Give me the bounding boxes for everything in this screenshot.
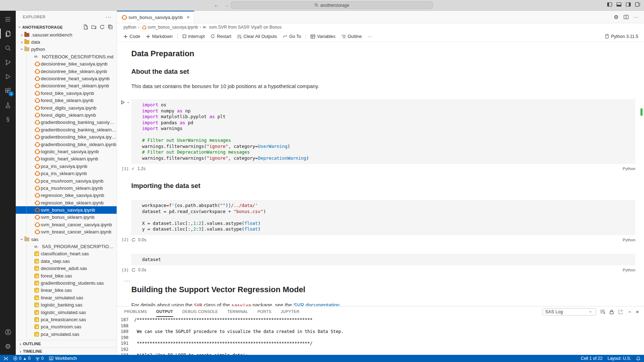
panel-tab-terminal[interactable]: TERMINAL [227, 307, 248, 317]
interrupt-button[interactable]: Interrupt [180, 33, 208, 40]
outline-section[interactable]: › OUTLINE [16, 340, 117, 347]
tree-item-decisiontree_bike_sasviya.ipynb[interactable]: decisiontree_bike_sasviya.ipynb [16, 61, 117, 68]
tree-item-pca_iris_sklearn.ipynb[interactable]: pca_iris_sklearn.ipynb [16, 170, 117, 177]
tree-item-logistic_simulated.sas[interactable]: logistic_simulated.sas [16, 309, 117, 316]
clear-output-icon[interactable] [600, 309, 605, 314]
explorer-more-icon[interactable]: ··· [106, 14, 112, 20]
editor-more-actions-icon[interactable]: ··· [634, 14, 638, 20]
tree-item-gradientboosting_bike_sasviya.ipynb[interactable]: gradientboosting_bike_sasviya.ipynb [16, 133, 117, 140]
split-editor-icon[interactable] [624, 15, 629, 19]
tree-item-regression_bike_sasviya.ipynb[interactable]: regression_bike_sasviya.ipynb [16, 192, 117, 199]
tree-item-svm_bonus_sasviya.ipynb[interactable]: svm_bonus_sasviya.ipynb [16, 206, 117, 213]
clear-all-outputs-button[interactable]: Clear All Outputs [234, 33, 280, 40]
search-view-icon[interactable] [0, 41, 16, 55]
tree-item-sas[interactable]: ›sas [16, 236, 117, 243]
svr-documentation-link[interactable]: SVR documentation [293, 302, 340, 306]
tree-item-decisiontree_heart_sasviya.ipynb[interactable]: decisiontree_heart_sasviya.ipynb [16, 75, 117, 82]
tree-item-linear_bike.sas[interactable]: linear_bike.sas [16, 287, 117, 294]
kernel-picker[interactable]: Python 3.11.5 [605, 34, 644, 39]
tree-item-pca_breastcancer.sas[interactable]: pca_breastcancer.sas [16, 316, 117, 323]
tree-item-svm_bonus_sklearn.ipynb[interactable]: svm_bonus_sklearn.ipynb [16, 214, 117, 221]
run-cell-button[interactable]: › [120, 100, 131, 105]
cell-language-picker[interactable]: Python [623, 238, 635, 242]
output-log[interactable]: 187/************************************… [117, 317, 644, 355]
breadcrumb-cell[interactable]: svm.SVR from SAS® Viya® on Bonus [209, 25, 282, 30]
tree-item-forest_bike_sklearn.ipynb[interactable]: forest_bike_sklearn.ipynb [16, 97, 117, 104]
toggle-sidebar-icon[interactable] [607, 2, 612, 7]
menu-icon[interactable] [0, 12, 16, 26]
tree-item-pca_iris_sasviya.ipynb[interactable]: pca_iris_sasviya.ipynb [16, 163, 117, 170]
tree-item-logistic_heart_sklearn.ipynb[interactable]: logistic_heart_sklearn.ipynb [16, 155, 117, 163]
collapsed-cells-indicator[interactable]: ··· [124, 277, 644, 284]
tree-item-classification_heart.sas[interactable]: classification_heart.sas [16, 250, 117, 257]
tree-item-gradientboosting_bike_sklearn.ipynb[interactable]: gradientboosting_bike_sklearn.ipynb [16, 141, 117, 148]
breadcrumb-file[interactable]: svm_bonus_sasviya.ipynb [148, 25, 198, 30]
tree-item-forest_bike_sasviya.ipynb[interactable]: forest_bike_sasviya.ipynb [16, 90, 117, 97]
add-code-cell-button[interactable]: Code [121, 33, 143, 40]
tree-item-data_step.sas[interactable]: data_step.sas [16, 257, 117, 265]
cell-language-picker[interactable]: Python [623, 166, 635, 171]
panel-tab-problems[interactable]: PROBLEMS [124, 307, 147, 317]
refresh-icon[interactable] [99, 24, 105, 30]
workspace-section-header[interactable]: › ANOTHERSTORAGE [16, 23, 117, 31]
tree-item-decisiontree_bike_sklearn.ipynb[interactable]: decisiontree_bike_sklearn.ipynb [16, 68, 117, 75]
toggle-panel-icon[interactable] [616, 2, 621, 7]
editor-settings-icon[interactable]: ⚙ [614, 14, 619, 20]
tree-item-gradientboosting_banking_sasviya.ipynb[interactable]: gradientboosting_banking_sasviya.ipynb [16, 119, 117, 126]
tree-item-data[interactable]: ›data [16, 38, 117, 45]
tree-item-svm_breast_cancer_sklearn.ipynb[interactable]: svm_breast_cancer_sklearn.ipynb [16, 228, 117, 236]
tree-item-pca_simulated.sas[interactable]: pca_simulated.sas [16, 330, 117, 338]
tree-item-forest_digits_sklearn.ipynb[interactable]: forest_digits_sklearn.ipynb [16, 111, 117, 119]
history-forward-icon[interactable]: → [224, 2, 229, 8]
panel-tab-ports[interactable]: PORTS [257, 307, 271, 317]
toolbar-more-icon[interactable]: ··· [365, 33, 375, 40]
tree-item-logistic_banking.sas[interactable]: logistic_banking.sas [16, 301, 117, 308]
tab-svm-bonus-sasviya[interactable]: svm_bonus_sasviya.ipynb × [117, 11, 194, 23]
ports-indicator[interactable]: 0 [35, 356, 44, 361]
tree-item-forest_bike.sas[interactable]: forest_bike.sas [16, 272, 117, 279]
breadcrumb-folder[interactable]: python [123, 25, 136, 30]
tree-item-regression_bike_sklearn.ipynb[interactable]: regression_bike_sklearn.ipynb [16, 199, 117, 206]
open-log-in-editor-icon[interactable] [618, 309, 623, 314]
layout-indicator[interactable]: Layout: U.S. [608, 356, 631, 361]
sas-extension-icon[interactable]: § [0, 112, 16, 127]
command-center-search[interactable]: anotherstorage [231, 1, 433, 9]
toggle-secondary-sidebar-icon[interactable] [626, 2, 631, 7]
tree-item-.sasuser.workbench[interactable]: ›.sasuser.workbench [16, 31, 117, 38]
cell-language-picker[interactable]: Python [623, 268, 635, 272]
tree-item-svm_breast_cancer_sasviya.ipynb[interactable]: svm_breast_cancer_sasviya.ipynb [16, 221, 117, 228]
cell-code-editor[interactable]: dataset [131, 254, 635, 266]
cell-code-editor[interactable]: import osimport numpy as npimport matplo… [131, 99, 635, 164]
tree-item-linear_simulated.sas[interactable]: linear_simulated.sas [16, 294, 117, 301]
variables-button[interactable]: Variables [308, 33, 338, 40]
outline-button[interactable]: Outline [338, 33, 365, 40]
tree-item-SAS_PROGRAM_DESCRIPTIONS.md[interactable]: M↓SAS_PROGRAM_DESCRIPTIONS.md [16, 243, 117, 250]
tree-item-gradientboosting_students.sas[interactable]: gradientboosting_students.sas [16, 279, 117, 286]
new-file-icon[interactable] [83, 24, 88, 30]
testing-icon[interactable] [0, 98, 16, 112]
tree-item-pca_mushroom_sklearn.ipynb[interactable]: pca_mushroom_sklearn.ipynb [16, 184, 117, 192]
collapse-folders-icon[interactable] [108, 24, 113, 30]
settings-gear-icon[interactable]: ⚙ [0, 339, 16, 353]
lock-scroll-icon[interactable] [609, 309, 614, 314]
close-tab-icon[interactable]: × [187, 14, 190, 20]
cell-code-editor[interactable]: workspace=f'{os.path.abspath("")}/../dat… [131, 200, 635, 235]
tree-item-gradientboosting_banking_sklearn.ipynb[interactable]: gradientboosting_banking_sklearn.ipynb [16, 126, 117, 133]
notifications-bell-icon[interactable] [636, 356, 640, 361]
tree-item-pca_mushroom.sas[interactable]: pca_mushroom.sas [16, 323, 117, 330]
tree-item-pca_mushroom_sasviya.ipynb[interactable]: pca_mushroom_sasviya.ipynb [16, 177, 117, 184]
maximize-panel-icon[interactable]: › [626, 309, 632, 314]
panel-tab-jupyter[interactable]: JUPYTER [281, 307, 299, 317]
explorer-icon[interactable] [0, 26, 16, 41]
output-channel-select[interactable]: SAS Log › [542, 308, 596, 315]
timeline-section[interactable]: › TIMELINE [16, 347, 117, 355]
run-debug-icon[interactable] [0, 69, 16, 84]
source-control-icon[interactable] [0, 55, 16, 69]
problems-indicator[interactable]: 0 ▲ 0 [13, 356, 30, 361]
tree-item-python[interactable]: ›python [16, 46, 117, 53]
tree-item-decisiontree_adult.sas[interactable]: decisiontree_adult.sas [16, 265, 117, 272]
customize-layout-icon[interactable] [635, 2, 640, 7]
goto-button[interactable]: Go To [280, 33, 304, 40]
remote-indicator-icon[interactable] [4, 357, 8, 361]
panel-tab-output[interactable]: OUTPUT [156, 307, 173, 317]
